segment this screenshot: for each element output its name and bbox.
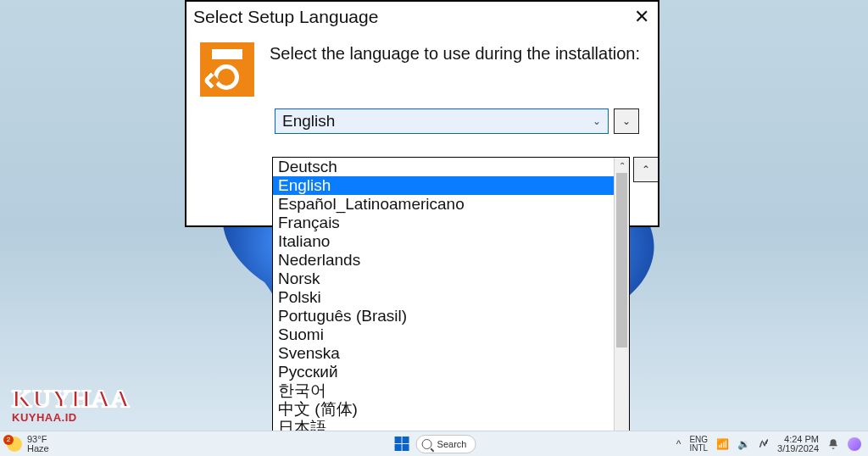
- language-option[interactable]: 한국어: [273, 381, 614, 400]
- language-option[interactable]: Español_Latinoamericano: [273, 195, 614, 214]
- tray-overflow-icon[interactable]: ^: [676, 438, 682, 450]
- language-option[interactable]: Suomi: [273, 325, 614, 344]
- chevron-down-icon: ⌄: [622, 115, 631, 127]
- dialog-title: Select Setup Language: [193, 7, 378, 27]
- language-option[interactable]: Русский: [273, 363, 614, 381]
- weather-badge: 2: [3, 435, 14, 445]
- copilot-icon[interactable]: [848, 437, 861, 451]
- windows-logo-icon: [394, 437, 409, 451]
- chevron-down-icon: ⌄: [593, 115, 601, 127]
- notification-bell-icon[interactable]: [827, 438, 839, 450]
- scroll-thumb[interactable]: [616, 173, 627, 348]
- wifi-icon[interactable]: 📶: [716, 438, 729, 450]
- search-placeholder: Search: [437, 439, 467, 449]
- taskbar-clock[interactable]: 4:24 PM 3/19/2024: [777, 435, 819, 453]
- language-option[interactable]: Français: [273, 214, 614, 232]
- language-select-value: English: [282, 112, 335, 131]
- dialog-titlebar[interactable]: Select Setup Language ✕: [186, 2, 658, 32]
- language-option[interactable]: Italiano: [273, 232, 614, 251]
- language-dropdown-list[interactable]: DeutschEnglishEspañol_LatinoamericanoFra…: [272, 157, 630, 438]
- dropdown-scrollbar[interactable]: ⌃ ⌄: [614, 158, 629, 437]
- speaker-icon[interactable]: 🔉: [737, 438, 750, 450]
- search-icon: [422, 439, 432, 449]
- language-option[interactable]: Polski: [273, 288, 614, 307]
- dialog-prompt: Select the language to use during the in…: [270, 42, 640, 97]
- installer-app-icon: [200, 42, 254, 97]
- language-option[interactable]: 中文 (简体): [273, 400, 614, 419]
- close-icon[interactable]: ✕: [631, 8, 653, 26]
- watermark: KUYHAA KUYHAA.ID: [12, 384, 130, 424]
- language-option[interactable]: Deutsch: [273, 158, 614, 176]
- start-button[interactable]: [392, 435, 411, 453]
- weather-temp: 93°F: [27, 435, 49, 444]
- watermark-title: KUYHAA: [12, 384, 130, 413]
- weather-widget[interactable]: 2 93°F Haze: [7, 435, 49, 453]
- language-down-button[interactable]: ⌄: [614, 108, 639, 134]
- language-indicator[interactable]: ENG INTL: [689, 436, 708, 453]
- language-up-button[interactable]: ⌃: [633, 157, 659, 182]
- taskbar: 2 93°F Haze Search ^ ENG INTL 📶 🔉 🗲 4:24…: [0, 431, 868, 456]
- weather-icon: 2: [7, 437, 22, 452]
- language-select[interactable]: English ⌄: [275, 108, 609, 134]
- watermark-subtitle: KUYHAA.ID: [12, 411, 130, 424]
- language-option[interactable]: Português (Brasil): [273, 307, 614, 325]
- language-option[interactable]: English: [273, 176, 614, 195]
- chevron-up-icon: ⌃: [642, 164, 650, 175]
- taskbar-search[interactable]: Search: [416, 435, 476, 453]
- language-option[interactable]: Svenska: [273, 344, 614, 363]
- scroll-up-icon[interactable]: ⌃: [615, 158, 629, 173]
- battery-icon[interactable]: 🗲: [759, 438, 769, 450]
- language-option[interactable]: Nederlands: [273, 251, 614, 270]
- weather-desc: Haze: [27, 444, 49, 453]
- language-option[interactable]: Norsk: [273, 270, 614, 288]
